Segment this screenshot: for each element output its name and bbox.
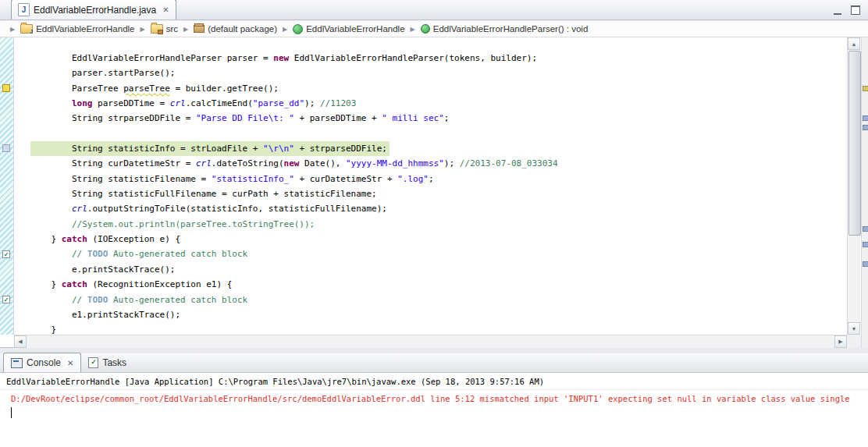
scroll-up-arrow[interactable]: ▲ [848,37,860,50]
editor-vertical-scrollbar[interactable]: ▲ ▼ [847,37,860,335]
overview-marker[interactable] [863,125,868,130]
code-line[interactable]: ParseTree parseTree = builder.getTree(); [30,81,847,96]
code-line[interactable]: String strparseDDFile = "Parse DD File\t… [30,111,847,126]
method-icon [421,24,430,34]
console-tabbar: Console ✕ ✓ Tasks [0,353,868,373]
overview-ruler[interactable] [861,37,868,348]
code-line[interactable]: parser.startParse(); [30,66,847,80]
console-tab-close-icon[interactable]: ✕ [67,359,73,367]
package-icon [194,25,205,33]
code-line[interactable]: String statisticFilename = "statisticInf… [30,172,847,186]
gutter-marker-warning[interactable] [2,84,10,92]
code-line[interactable]: long parseDDTime = crl.calcTimeEnd("pars… [30,96,847,111]
breadcrumb: ▶ EddlVariableErrorHandle ▶ src ▶ (defau… [0,21,868,37]
breadcrumb-label: (default package) [208,24,277,34]
code-line[interactable]: e.printStackTrace(); [30,262,847,277]
overview-marker[interactable] [863,86,868,91]
tab-close-icon[interactable]: ✕ [162,5,169,14]
editor-tab[interactable]: J EddlVariableErrorHandle.java ✕ [11,0,176,20]
editor-tabbar: J EddlVariableErrorHandle.java ✕ [0,0,868,20]
breadcrumb-item-project[interactable]: EddlVariableErrorHandle [19,23,136,34]
code-line[interactable]: // TODO Auto-generated catch block [30,293,847,307]
breadcrumb-expand-arrow[interactable]: ▶ [10,26,15,33]
console-output[interactable]: EddlVariableErrorHandle [Java Applicatio… [0,373,868,447]
overview-marker[interactable] [863,242,868,247]
breadcrumb-separator-icon: ▶ [411,26,415,33]
breadcrumb-item-src[interactable]: src [149,23,180,34]
breadcrumb-separator-icon: ▶ [183,26,188,33]
breadcrumb-label: EddlVariableErrorHandleParser() : void [433,24,589,34]
console-panel: Console ✕ ✓ Tasks EddlVariableErrorHandl… [0,353,868,447]
console-tab-label: Console [27,357,61,368]
tasks-tab-label: Tasks [102,357,126,368]
breadcrumb-item-package[interactable]: (default package) [192,23,279,34]
text-caret [11,407,12,418]
code-line[interactable]: } catch (IOException e) { [30,232,847,247]
source-folder-icon [151,24,163,34]
tab-console[interactable]: Console ✕ [3,353,81,372]
code-line[interactable]: crl.outputStringToFile(statisticInfo, st… [30,201,847,216]
code-line[interactable]: } catch (RecognitionException e1) { [30,277,847,292]
overview-marker[interactable] [863,226,868,232]
scroll-left-arrow[interactable]: ◀ [14,335,27,348]
breadcrumb-label: EddlVariableErrorHandle [306,24,404,34]
editor-horizontal-scrollbar[interactable]: ◀ ▶ [14,335,847,348]
annotation-ruler[interactable]: ✓✓ [0,37,14,335]
java-file-icon: J [18,3,30,16]
window-controls [834,5,860,15]
vertical-scrollbar-thumb[interactable] [848,51,861,236]
console-error-text: D:/DevRoot/eclipse/common_root/EddlVaria… [0,390,868,405]
code-line[interactable]: String curDatetimeStr = crl.dateToString… [30,156,847,171]
code-line[interactable]: String statisticFullFilename = curPath +… [30,186,847,201]
breadcrumb-label: src [166,24,178,34]
class-icon [293,24,303,34]
editor-tab-title: EddlVariableErrorHandle.java [34,5,156,16]
code-line[interactable]: e1.printStackTrace(); [30,307,847,322]
console-process-info: EddlVariableErrorHandle [Java Applicatio… [0,373,868,390]
tab-tasks[interactable]: ✓ Tasks [81,353,133,372]
code-line[interactable]: // TODO Auto-generated catch block [30,247,847,261]
breadcrumb-item-method[interactable]: EddlVariableErrorHandleParser() : void [419,23,590,34]
tasks-icon: ✓ [88,357,98,368]
breadcrumb-separator-icon: ▶ [283,26,287,33]
code-line[interactable] [30,126,847,141]
breadcrumb-label: EddlVariableErrorHandle [36,24,134,34]
maximize-button[interactable] [851,5,860,15]
scrollbar-corner [847,335,861,348]
overview-marker[interactable] [863,115,868,121]
breadcrumb-separator-icon: ▶ [141,26,145,33]
code-line[interactable]: //System.out.println(parseTree.toStringT… [30,217,847,232]
code-area: EddlVariableErrorHandleParser parser = n… [14,37,847,335]
java-project-icon [20,24,33,34]
gutter-marker-occurrence[interactable] [2,144,10,152]
code-line[interactable]: EddlVariableErrorHandleParser parser = n… [30,51,847,66]
gutter-marker-task[interactable]: ✓ [2,250,10,258]
code-line[interactable]: String statisticInfo = strLoadFile + "\r… [30,141,390,156]
scroll-down-arrow[interactable]: ▼ [848,322,860,335]
scroll-right-arrow[interactable]: ▶ [834,335,847,348]
gutter-marker-task[interactable]: ✓ [2,296,10,303]
code-line[interactable]: } [30,322,847,335]
panel-splitter[interactable] [0,348,868,353]
minimize-button[interactable] [834,5,841,15]
console-icon [11,358,23,368]
overview-marker[interactable] [863,261,868,267]
breadcrumb-item-class[interactable]: EddlVariableErrorHandle [291,23,406,35]
code-editor[interactable]: EddlVariableErrorHandleParser parser = n… [14,37,847,335]
eclipse-window: J EddlVariableErrorHandle.java ✕ ▶ EddlV… [0,0,868,447]
editor-region: ✓✓ EddlVariableErrorHandleParser parser … [0,37,868,348]
